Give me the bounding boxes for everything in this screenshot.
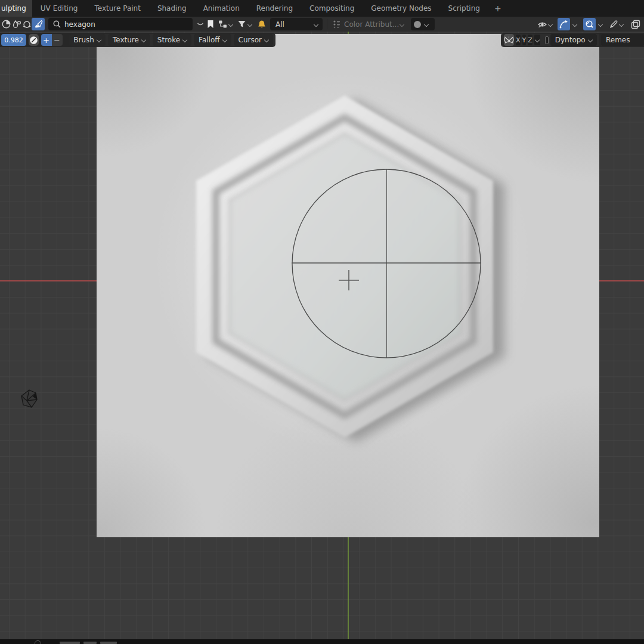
dropdown-label: Falloff	[199, 36, 219, 44]
search-input[interactable]	[64, 20, 172, 29]
brush-falloff-button[interactable]	[29, 34, 39, 46]
add-brush-button[interactable]: +	[41, 34, 52, 46]
tab-uv-editing[interactable]: UV Editing	[32, 0, 86, 17]
tab-compositing[interactable]: Compositing	[301, 0, 363, 17]
add-workspace-button[interactable]: +	[488, 0, 507, 17]
visibility-chevron-icon[interactable]	[547, 21, 553, 27]
dropdown-label: Brush	[73, 36, 94, 44]
tab-label: Scripting	[448, 4, 480, 13]
status-hint-clipped	[60, 642, 80, 644]
remove-brush-button[interactable]: −	[52, 34, 63, 46]
color-attribute-chevron-icon	[399, 21, 405, 27]
blender-window: ulpting UV Editing Texture Paint Shading…	[0, 0, 644, 644]
cursor-dropdown[interactable]: Cursor	[234, 34, 273, 46]
tab-animation[interactable]: Animation	[195, 0, 248, 17]
symmetry-y-button[interactable]: Y	[522, 35, 527, 45]
strength-slider[interactable]: 0.982	[1, 34, 26, 46]
tab-label: Compositing	[309, 4, 354, 13]
symmetry-z-button[interactable]: Z	[528, 35, 532, 45]
axis-label: X	[516, 36, 521, 44]
catalog-dropdown[interactable]: All	[270, 18, 323, 30]
tab-label: UV Editing	[41, 4, 78, 13]
copy-squares-icon[interactable]	[630, 19, 640, 29]
catalog-chevron-icon	[313, 21, 319, 27]
minus-label: −	[54, 36, 60, 45]
tab-label: Rendering	[256, 4, 293, 13]
tab-scripting[interactable]: Scripting	[440, 0, 488, 17]
cursor-crosshair	[339, 270, 359, 290]
tab-sculpting[interactable]: ulpting	[0, 0, 32, 17]
visibility-eye-icon[interactable]	[537, 19, 547, 29]
falloff-chevron-icon[interactable]	[572, 21, 578, 27]
tool-settings-right: X Y Z Dyntopo Remes	[501, 33, 644, 47]
tab-texture-paint[interactable]: Texture Paint	[86, 0, 148, 17]
brush-curve-icon	[29, 36, 38, 45]
add-label: +	[494, 4, 501, 13]
droplet-sphere-icon[interactable]	[11, 19, 21, 29]
falloff-arc-icon[interactable]	[558, 18, 570, 30]
catalog-value: All	[275, 20, 284, 29]
remesh-dropdown[interactable]: Remes	[601, 34, 644, 46]
dyntopo-label: Dyntopo	[555, 36, 586, 44]
stroke-dropdown[interactable]: Stroke	[153, 34, 191, 46]
annotate-pen-icon[interactable]	[608, 19, 618, 29]
search-icon	[53, 20, 61, 28]
symmetry-options-chevron[interactable]	[534, 35, 540, 45]
sphere-connect-icon[interactable]	[583, 18, 596, 30]
dyntopo-dropdown[interactable]: Dyntopo	[550, 34, 597, 46]
chevron-down-icon	[222, 37, 228, 43]
editor-header: All Color Attribut...	[0, 17, 644, 32]
status-bar	[0, 639, 644, 644]
chevron-down-icon	[264, 37, 270, 43]
color-attribute-label: Color Attribut...	[344, 20, 399, 29]
color-swatch-circle	[414, 21, 421, 28]
tab-label: Geometry Nodes	[371, 4, 431, 13]
annotate-chevron-icon[interactable]	[618, 21, 624, 27]
display-mode-chevron-icon[interactable]	[228, 21, 234, 27]
filter-funnel-icon[interactable]	[237, 19, 247, 29]
axis-label: Y	[522, 36, 527, 44]
swatch-chevron-icon	[423, 21, 429, 27]
bookmark-icon[interactable]	[205, 19, 215, 29]
texture-dropdown[interactable]: Texture	[108, 34, 150, 46]
hexagon-image-plane[interactable]	[97, 34, 599, 537]
remesh-label: Remes	[606, 36, 630, 44]
symmetry-x-button[interactable]: X	[516, 35, 521, 45]
falloff-dropdown[interactable]: Falloff	[194, 34, 231, 46]
chevron-down-icon	[96, 37, 102, 43]
symmetry-butterfly-icon[interactable]	[504, 34, 514, 46]
tab-label: ulpting	[1, 4, 26, 13]
workspace-tab-bar: ulpting UV Editing Texture Paint Shading…	[0, 0, 644, 17]
dyntopo-checkbox[interactable]	[545, 36, 549, 44]
tab-label: Animation	[203, 4, 240, 13]
tab-shading[interactable]: Shading	[149, 0, 195, 17]
color-attribute-icon	[332, 19, 342, 29]
dropdown-label: Texture	[113, 36, 139, 44]
pie-sphere-icon[interactable]	[1, 19, 11, 29]
display-mode-tree-icon[interactable]	[218, 19, 228, 29]
dropdown-label: Stroke	[157, 36, 180, 44]
status-hint-clipped	[100, 642, 117, 644]
color-swatch-dropdown[interactable]	[411, 18, 435, 30]
chevron-down-icon	[534, 37, 540, 43]
tab-label: Shading	[157, 4, 187, 13]
brush-cursor	[97, 34, 599, 537]
tab-geometry-nodes[interactable]: Geometry Nodes	[363, 0, 439, 17]
chevron-down-icon	[587, 37, 593, 43]
plus-label: +	[43, 36, 49, 45]
brush-search-field[interactable]	[48, 18, 193, 30]
sphere-connect-chevron-icon[interactable]	[597, 21, 603, 27]
tool-settings-left: 0.982 + − Brush Texture Stroke Falloff C…	[0, 33, 275, 47]
orbit-sphere-icon[interactable]	[21, 19, 32, 29]
mouse-hint-icon	[35, 640, 41, 644]
brush-dropdown[interactable]: Brush	[69, 34, 106, 46]
brush-select-icon[interactable]	[32, 18, 45, 30]
collapse-chevron-icon[interactable]	[195, 19, 205, 29]
filter-chevron-icon[interactable]	[247, 21, 253, 27]
viewport[interactable]	[0, 32, 644, 639]
axis-label: Z	[528, 36, 532, 44]
tab-rendering[interactable]: Rendering	[248, 0, 301, 17]
chevron-down-icon	[182, 37, 188, 43]
wireframe-rock-object[interactable]	[20, 388, 39, 411]
notification-bell-icon[interactable]	[256, 19, 267, 29]
